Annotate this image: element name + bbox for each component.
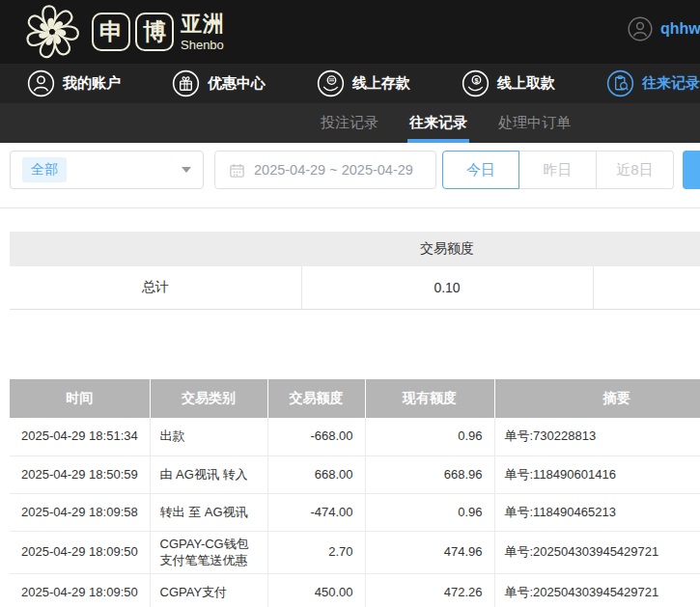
- col-header-summary: 摘要: [494, 379, 700, 418]
- tab-transaction-records[interactable]: 往来记录: [409, 103, 467, 143]
- summary-header-spacer: [593, 232, 700, 266]
- cell-amount: 668.00: [267, 455, 365, 493]
- summary-total-value: 0.10: [301, 266, 593, 309]
- nav-label: 线上取款: [497, 74, 555, 93]
- nav-label: 我的账户: [63, 74, 121, 93]
- cell-balance: 472.26: [365, 573, 494, 607]
- date-range-picker[interactable]: 2025-04-29 ~ 2025-04-29: [214, 151, 436, 189]
- table-row: 2025-04-29 18:09:50 CGPAY支付 450.00 472.2…: [10, 573, 700, 607]
- gift-icon: [172, 69, 200, 97]
- cell-balance: 474.96: [365, 531, 494, 573]
- nav-item-promotions[interactable]: 优惠中心: [172, 69, 266, 97]
- summary-header-row: 交易额度: [10, 232, 700, 266]
- quick-range-group: 今日 昨日 近8日: [442, 151, 674, 189]
- brand-char-2: 博: [143, 16, 166, 47]
- user-avatar-icon[interactable]: [628, 16, 653, 41]
- svg-text:$: $: [474, 76, 478, 85]
- cell-type: 出款: [150, 418, 267, 455]
- range-yesterday-button[interactable]: 昨日: [519, 151, 597, 189]
- cell-amount: 450.00: [267, 573, 365, 607]
- chevron-down-icon: [182, 167, 191, 173]
- range-8days-button[interactable]: 近8日: [597, 151, 674, 189]
- cell-time: 2025-04-29 18:51:34: [10, 418, 150, 455]
- user-icon: [27, 69, 55, 97]
- cell-summary: 单号:730228813: [494, 418, 700, 455]
- date-range-value: 2025-04-29 ~ 2025-04-29: [254, 162, 413, 178]
- cell-balance: 0.96: [365, 418, 494, 455]
- nav-item-transaction-records[interactable]: 往来记录: [606, 69, 700, 97]
- sub-nav: 投注记录 往来记录 处理中订单: [0, 103, 700, 143]
- brand-char-1: 申: [99, 16, 123, 47]
- brand-logo: 申 博 亚洲 Shenbo: [17, 2, 225, 62]
- table-row: 2025-04-29 18:09:58 转出 至 AG视讯 -474.00 0.…: [10, 493, 700, 531]
- col-header-amount: 交易额度: [267, 379, 365, 418]
- table-row: 2025-04-29 18:09:50 CGPAY-CG钱包支付笔笔送优惠 2.…: [10, 531, 700, 573]
- cell-type: 由 AG视讯 转入: [150, 455, 267, 493]
- summary-empty-cell: [593, 266, 700, 309]
- nav-label: 优惠中心: [208, 74, 266, 93]
- cell-amount: -474.00: [267, 493, 365, 531]
- nav-item-online-deposit[interactable]: 线上存款: [317, 69, 410, 97]
- range-today-button[interactable]: 今日: [442, 151, 519, 189]
- flower-logo-icon: [17, 2, 87, 62]
- cell-amount: -668.00: [267, 418, 365, 455]
- records-magnifier-icon: [606, 69, 634, 97]
- summary-table: 交易额度 总计 0.10: [10, 232, 700, 310]
- top-brand-bar: 申 博 亚洲 Shenbo qhhw: [0, 0, 700, 64]
- deposit-coin-hand-icon: [317, 69, 345, 97]
- nav-item-online-withdraw[interactable]: $ 线上取款: [462, 69, 555, 97]
- cell-time: 2025-04-29 18:09:58: [10, 493, 150, 531]
- calendar-icon: [229, 162, 245, 179]
- cell-amount: 2.70: [267, 531, 365, 573]
- tab-processing-orders[interactable]: 处理中订单: [498, 103, 571, 143]
- brand-subtitle: Shenbo: [181, 39, 225, 51]
- records-table: 时间 交易类别 交易额度 现有额度 摘要 2025-04-29 18:51:34…: [10, 379, 700, 607]
- filter-bar: 全部 2025-04-29 ~ 2025-04-29 今日 昨日 近8日: [0, 143, 700, 207]
- brand-region: 亚洲: [181, 14, 225, 35]
- summary-header-amount: 交易额度: [301, 232, 593, 266]
- subtab-label: 往来记录: [409, 114, 467, 132]
- cell-summary: 单号:202504303945429721: [494, 531, 700, 573]
- transaction-type-select[interactable]: 全部: [10, 151, 204, 189]
- summary-header-spacer: [10, 232, 301, 266]
- col-header-time: 时间: [10, 379, 150, 418]
- nav-label: 线上存款: [352, 74, 410, 93]
- summary-total-label: 总计: [10, 266, 301, 309]
- selected-type-chip: 全部: [22, 157, 67, 182]
- brand-char-box-2: 博: [135, 13, 174, 51]
- brand-char-box-1: 申: [92, 13, 130, 51]
- cell-time: 2025-04-29 18:09:50: [10, 531, 150, 573]
- cell-summary: 单号:202504303945429721: [494, 573, 700, 607]
- withdraw-coin-hand-icon: $: [462, 69, 490, 97]
- cell-summary: 单号:118490465213: [494, 493, 700, 531]
- cell-time: 2025-04-29 18:09:50: [10, 573, 150, 607]
- table-row: 2025-04-29 18:51:34 出款 -668.00 0.96 单号:7…: [10, 418, 700, 455]
- subtab-label: 投注记录: [321, 114, 378, 132]
- username[interactable]: qhhw: [660, 20, 700, 38]
- cell-summary: 单号:118490601416: [494, 455, 700, 493]
- cell-type: CGPAY支付: [150, 573, 267, 607]
- records-header-row: 时间 交易类别 交易额度 现有额度 摘要: [10, 379, 700, 418]
- summary-total-row: 总计 0.10: [10, 266, 700, 309]
- cell-balance: 0.96: [365, 493, 494, 531]
- subtab-label: 处理中订单: [498, 114, 571, 132]
- cell-time: 2025-04-29 18:50:59: [10, 455, 150, 493]
- table-row: 2025-04-29 18:50:59 由 AG视讯 转入 668.00 668…: [10, 455, 700, 493]
- cell-type: 转出 至 AG视讯: [150, 493, 267, 531]
- col-header-type: 交易类别: [150, 379, 267, 418]
- search-button[interactable]: [683, 151, 700, 189]
- col-header-balance: 现有额度: [365, 379, 494, 418]
- cell-balance: 668.96: [365, 455, 494, 493]
- main-nav: 我的账户 优惠中心: [0, 64, 700, 103]
- tab-betting-records[interactable]: 投注记录: [321, 103, 378, 143]
- nav-label: 往来记录: [642, 74, 700, 93]
- cell-type: CGPAY-CG钱包支付笔笔送优惠: [150, 531, 267, 573]
- nav-item-my-account[interactable]: 我的账户: [27, 69, 121, 97]
- divider: [0, 207, 700, 208]
